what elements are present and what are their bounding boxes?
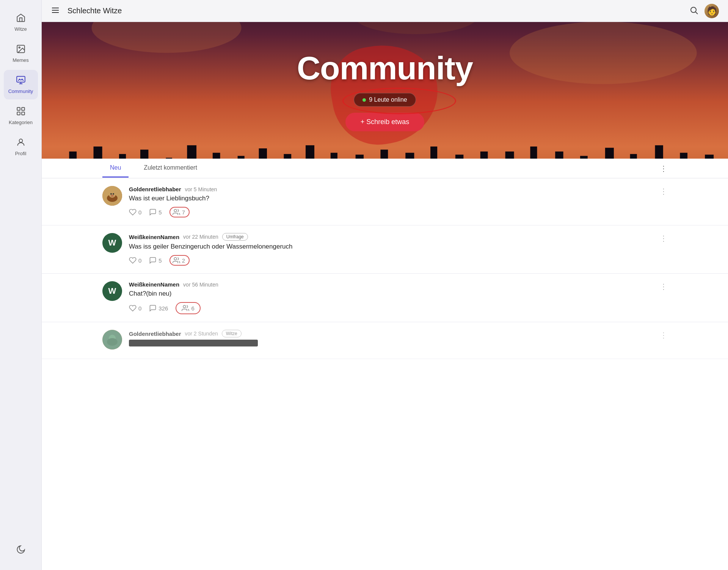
- post-body: Goldenretliebhaber vor 5 Minuten Was ist…: [129, 186, 667, 217]
- post-item: Goldenretliebhaber vor 2 Stunden Witze ⋮: [42, 322, 728, 359]
- svg-point-79: [110, 193, 112, 195]
- post-avatar: W: [102, 281, 122, 301]
- svg-rect-8: [22, 112, 25, 115]
- like-count: 0: [138, 209, 141, 216]
- post-text: Chat?(bin neu): [129, 290, 667, 298]
- tab-zuletzt[interactable]: Zuletzt kommentiert: [136, 159, 204, 178]
- post-item: Goldenretliebhaber vor 5 Minuten Was ist…: [42, 178, 728, 225]
- svg-point-13: [691, 7, 696, 13]
- comment-count: 5: [158, 257, 162, 264]
- post-body: WeißkeinenNamen vor 56 Minuten Chat?(bin…: [129, 281, 667, 314]
- topbar: Schlechte Witze 🧑: [42, 0, 728, 22]
- like-action[interactable]: 0: [129, 304, 141, 312]
- sidebar-label-community: Community: [8, 88, 33, 94]
- svg-rect-6: [22, 107, 25, 110]
- comment-action[interactable]: 326: [149, 304, 168, 312]
- tabs-more-button[interactable]: ⋮: [660, 164, 667, 173]
- participants-action[interactable]: 2: [169, 255, 190, 266]
- participants-action[interactable]: 7: [169, 207, 190, 217]
- avatar-letter: W: [108, 286, 116, 296]
- comment-action[interactable]: 5: [149, 257, 162, 264]
- post-item: W WeißkeinenNamen vor 22 Minuten Umfrage…: [42, 225, 728, 274]
- community-icon: [16, 75, 26, 86]
- post-actions: 0 5 7: [129, 207, 667, 217]
- sidebar-item-kategorien[interactable]: Kategorien: [4, 101, 38, 131]
- online-badge: 9 Leute online: [354, 93, 416, 107]
- post-author: Goldenretliebhaber: [129, 186, 181, 192]
- post-badge: Witze: [222, 330, 242, 337]
- page-title: Schlechte Witze: [67, 6, 689, 15]
- post-meta: WeißkeinenNamen vor 56 Minuten: [129, 281, 667, 288]
- post-time: vor 22 Minuten: [183, 234, 218, 240]
- post-text: Was ist euer Lieblingsbuch?: [129, 195, 667, 202]
- post-more-button[interactable]: ⋮: [660, 282, 667, 291]
- svg-point-9: [19, 139, 22, 142]
- main-content: Schlechte Witze 🧑: [42, 0, 728, 570]
- write-button[interactable]: + Schreib etwas: [345, 113, 425, 131]
- post-meta: Goldenretliebhaber vor 5 Minuten: [129, 186, 667, 192]
- sidebar-label-kategorien: Kategorien: [9, 120, 33, 125]
- post-meta: WeißkeinenNamen vor 22 Minuten Umfrage: [129, 233, 667, 241]
- grid-icon: [16, 106, 26, 117]
- posts-container: Goldenretliebhaber vor 5 Minuten Was ist…: [42, 178, 728, 570]
- online-count: 9 Leute online: [369, 96, 407, 103]
- like-count: 0: [138, 257, 141, 264]
- post-item: W WeißkeinenNamen vor 56 Minuten Chat?(b…: [42, 274, 728, 322]
- svg-rect-7: [17, 112, 20, 115]
- sidebar-item-darkmode[interactable]: [4, 539, 38, 561]
- svg-rect-5: [17, 107, 20, 110]
- post-avatar: W: [102, 233, 122, 253]
- post-time: vor 56 Minuten: [183, 282, 218, 288]
- sidebar-item-community[interactable]: Community: [4, 70, 38, 99]
- hero-banner: Community 9 Leute online + Schreib etwas: [42, 22, 728, 159]
- post-time: vor 2 Stunden: [185, 331, 218, 337]
- sidebar-item-memes[interactable]: Memes: [4, 39, 38, 68]
- topbar-actions: 🧑: [689, 4, 719, 18]
- post-author: WeißkeinenNamen: [129, 234, 179, 240]
- post-author: WeißkeinenNamen: [129, 281, 179, 288]
- avatar-letter: W: [108, 238, 116, 248]
- post-more-button[interactable]: ⋮: [660, 234, 667, 243]
- sidebar: Witze Memes Community: [0, 0, 42, 570]
- svg-point-83: [174, 258, 177, 260]
- post-more-button[interactable]: ⋮: [660, 331, 667, 340]
- comment-action[interactable]: 5: [149, 208, 162, 216]
- post-author: Goldenretliebhaber: [129, 331, 181, 337]
- post-avatar: [102, 330, 122, 350]
- post-more-button[interactable]: ⋮: [660, 187, 667, 196]
- participants-count: 7: [182, 209, 185, 216]
- post-body: WeißkeinenNamen vor 22 Minuten Umfrage W…: [129, 233, 667, 266]
- post-text: Was iss geiler Benzingeruch oder Wasserm…: [129, 243, 667, 250]
- post-actions: 0 5 2: [129, 255, 667, 266]
- redacted-bar: [129, 340, 258, 346]
- svg-point-81: [111, 195, 114, 197]
- like-count: 0: [138, 305, 141, 312]
- comment-count: 5: [158, 209, 162, 216]
- post-meta: Goldenretliebhaber vor 2 Stunden Witze: [129, 330, 667, 337]
- post-badge: Umfrage: [222, 233, 248, 241]
- online-dot: [362, 98, 366, 102]
- participants-count: 2: [182, 257, 185, 264]
- like-action[interactable]: 0: [129, 257, 141, 264]
- sidebar-label-profil: Profil: [15, 151, 27, 156]
- svg-line-14: [696, 12, 698, 14]
- menu-icon[interactable]: [51, 6, 60, 16]
- search-icon[interactable]: [689, 6, 698, 16]
- post-avatar: [102, 186, 122, 206]
- participants-action[interactable]: 6: [176, 302, 200, 314]
- tabs-bar: Neu Zuletzt kommentiert ⋮: [42, 159, 728, 178]
- svg-point-84: [184, 305, 186, 308]
- post-body: Goldenretliebhaber vor 2 Stunden Witze: [129, 330, 667, 351]
- avatar-image: 🧑: [707, 6, 717, 16]
- participants-count: 6: [191, 305, 194, 312]
- tab-neu[interactable]: Neu: [102, 159, 129, 178]
- svg-point-1: [19, 47, 20, 48]
- sidebar-label-memes: Memes: [13, 57, 29, 63]
- user-avatar[interactable]: 🧑: [704, 4, 719, 18]
- post-time: vor 5 Minuten: [185, 186, 217, 192]
- svg-rect-2: [17, 76, 25, 82]
- like-action[interactable]: 0: [129, 208, 141, 216]
- comment-count: 326: [158, 305, 168, 312]
- sidebar-item-profil[interactable]: Profil: [4, 132, 38, 162]
- sidebar-item-witze[interactable]: Witze: [4, 8, 38, 37]
